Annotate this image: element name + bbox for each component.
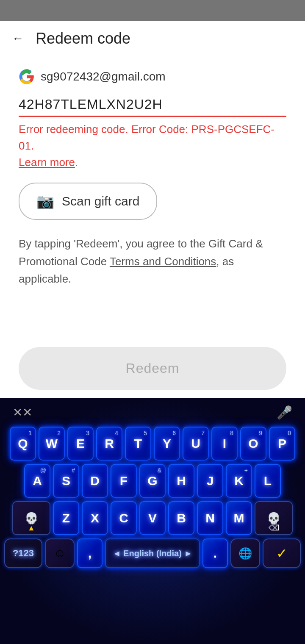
keyboard-row-4: ?123 ☺ , ◄ English (India) ► . 🌐: [4, 539, 301, 568]
terms-text: By tapping 'Redeem', you agree to the Gi…: [19, 235, 286, 288]
header: ← Redeem code: [0, 21, 305, 56]
key-F[interactable]: F: [111, 464, 137, 498]
backspace-skull-icon: 💀: [267, 512, 280, 525]
key-G[interactable]: &G: [139, 464, 166, 498]
key-space[interactable]: ◄ English (India) ►: [105, 539, 200, 568]
key-comma[interactable]: ,: [77, 539, 103, 568]
key-W[interactable]: 2W: [39, 427, 65, 461]
key-T[interactable]: 5T: [125, 427, 151, 461]
terms-link[interactable]: Terms and Conditions: [110, 255, 216, 268]
key-O[interactable]: 9O: [240, 427, 266, 461]
redeem-button[interactable]: Redeem: [19, 347, 286, 390]
error-message: Error redeeming code. Error Code: PRS-PG…: [19, 121, 286, 171]
key-J[interactable]: J: [197, 464, 223, 498]
key-C[interactable]: C: [111, 501, 137, 535]
key-Z[interactable]: Z: [53, 501, 79, 535]
key-S[interactable]: #S: [53, 464, 79, 498]
status-bar: [0, 0, 305, 21]
key-B[interactable]: B: [168, 501, 194, 535]
key-X[interactable]: X: [82, 501, 108, 535]
shift-key[interactable]: 💀 ▲: [12, 501, 50, 535]
code-input[interactable]: [19, 97, 286, 117]
key-P[interactable]: 0P: [269, 427, 295, 461]
check-icon: ✓: [276, 545, 288, 561]
scan-gift-card-button[interactable]: 📷 Scan gift card: [19, 183, 157, 220]
key-globe[interactable]: 🌐: [230, 539, 260, 568]
backspace-key[interactable]: 💀 ⌫: [255, 501, 293, 535]
learn-more-link[interactable]: Learn more: [19, 156, 75, 169]
key-A[interactable]: @A: [24, 464, 50, 498]
back-button[interactable]: ←: [12, 32, 24, 45]
emoji-icon: ☺: [54, 547, 66, 560]
code-input-container: [19, 97, 286, 117]
scan-button-label: Scan gift card: [62, 194, 139, 208]
shift-skull-icon: 💀: [25, 512, 38, 525]
key-period[interactable]: .: [202, 539, 228, 568]
keyboard-topbar: ✕✕ 🎤: [0, 398, 305, 427]
key-E[interactable]: 3E: [67, 427, 94, 461]
keyboard-row-1: 1Q 2W 3E 4R 5T 6Y 7U 8I 9O 0P: [4, 427, 301, 461]
keyboard-mic-icon[interactable]: 🎤: [277, 405, 292, 420]
globe-icon: 🌐: [238, 547, 252, 560]
key-M[interactable]: M: [226, 501, 252, 535]
key-R[interactable]: 4R: [96, 427, 122, 461]
keyboard-row-3: 💀 ▲ Z X C V B N M 💀 ⌫: [4, 501, 301, 535]
shift-arrow-icon: ▲: [28, 524, 35, 533]
key-check[interactable]: ✓: [263, 539, 301, 568]
key-V[interactable]: V: [139, 501, 166, 535]
key-N[interactable]: N: [197, 501, 223, 535]
key-D[interactable]: D: [82, 464, 108, 498]
key-emoji[interactable]: ☺: [45, 539, 75, 568]
google-logo-icon: [19, 69, 35, 85]
key-I[interactable]: 8I: [211, 427, 238, 461]
keyboard-settings-icon[interactable]: ✕✕: [13, 405, 32, 419]
redeem-button-container: Redeem: [0, 347, 305, 390]
key-U[interactable]: 7U: [183, 427, 209, 461]
keyboard-keys: 1Q 2W 3E 4R 5T 6Y 7U 8I 9O 0P @A #S D F …: [0, 427, 305, 568]
key-Q[interactable]: 1Q: [10, 427, 36, 461]
page-title: Redeem code: [36, 30, 130, 47]
key-H[interactable]: H: [168, 464, 194, 498]
keyboard-area: ✕✕ 🎤 1Q 2W 3E 4R 5T 6Y 7U 8I 9O 0P @A #S…: [0, 398, 305, 644]
camera-icon: 📷: [36, 193, 54, 210]
key-num[interactable]: ?123: [4, 539, 42, 568]
keyboard-row-2: @A #S D F &G H J +K L: [4, 464, 301, 498]
account-email: sg9072432@gmail.com: [41, 70, 166, 83]
key-Y[interactable]: 6Y: [154, 427, 180, 461]
account-row: sg9072432@gmail.com: [19, 69, 286, 85]
key-K[interactable]: +K: [226, 464, 252, 498]
key-L[interactable]: L: [255, 464, 281, 498]
content-area: sg9072432@gmail.com Error redeeming code…: [0, 56, 305, 314]
backspace-icon: ⌫: [269, 523, 279, 533]
